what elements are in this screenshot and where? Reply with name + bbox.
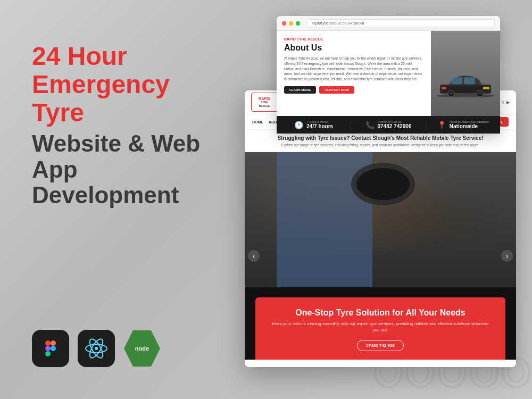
contact-now-button[interactable]: CONTACT NOW — [319, 86, 354, 94]
main-title: 24 Hour Emergency Tyre — [32, 43, 223, 127]
svg-rect-17 — [464, 77, 475, 84]
tyre-worker-image — [245, 152, 516, 287]
hero-title: One-Stop Tyre Solution for All Your Need… — [268, 308, 493, 318]
figma-icon — [32, 330, 69, 367]
arrow-left-icon: ‹ — [253, 252, 255, 260]
svg-point-8 — [95, 347, 98, 350]
dot-red — [282, 21, 286, 26]
location-icon: 📍 — [437, 121, 446, 129]
worker-visual — [245, 152, 516, 287]
location-text: Need a Report Our Address Nationwide — [450, 120, 489, 129]
dot-yellow — [289, 21, 293, 26]
svg-rect-18 — [483, 87, 489, 89]
title-line4: App Development — [32, 157, 223, 209]
svg-rect-1 — [51, 340, 56, 346]
react-icon — [78, 330, 115, 367]
hero-image-bg — [245, 152, 516, 287]
phone-text: Phone or Call Us 07482 742906 — [378, 120, 412, 129]
nodejs-icon: node — [123, 330, 161, 367]
about-title: About Us — [284, 43, 423, 53]
browser-top-bar: rapidtyrerescue.co.uk/about — [277, 16, 500, 31]
hero-section: ‹ › One-Stop Tyre Solution for All Your … — [245, 152, 516, 360]
svg-point-4 — [51, 346, 56, 351]
svg-rect-2 — [45, 346, 51, 351]
hero-subtitle: Keep your vehicle running smoothly with … — [268, 321, 493, 334]
svg-point-13 — [450, 92, 453, 95]
svg-rect-0 — [45, 340, 51, 346]
twitter-icon[interactable]: 𝕏 — [501, 100, 504, 105]
svg-rect-3 — [45, 351, 51, 356]
svg-rect-16 — [451, 77, 462, 84]
hours-text: 7 Days a Week 24/7 hours — [306, 120, 333, 129]
learn-more-button[interactable]: LEARN MORE — [284, 86, 316, 94]
hero-overlay: One-Stop Tyre Solution for All Your Need… — [255, 297, 505, 360]
arrow-right-icon: › — [506, 252, 509, 260]
dot-green — [296, 21, 300, 26]
info-bar: 🕐 7 Days a Week 24/7 hours 📞 Phone or Ca… — [277, 116, 500, 134]
title-line1: 24 Hour — [32, 43, 223, 71]
url-bar-top[interactable]: rapidtyrerescue.co.uk/about — [307, 19, 495, 27]
about-label: RAPID TYRE RESCUE — [284, 37, 423, 41]
browser-container: rapidtyrerescue.co.uk/about RAPID TYRE R… — [245, 16, 521, 378]
about-buttons: LEARN MORE CONTACT NOW — [284, 86, 423, 94]
svg-rect-19 — [442, 87, 446, 89]
clock-icon: 🕐 — [294, 121, 303, 129]
hours-info: 🕐 7 Days a Week 24/7 hours — [277, 120, 351, 129]
nav-home[interactable]: HOME — [252, 120, 263, 124]
sub-title: Website & Web App Development — [32, 131, 223, 208]
struggling-sub: Explore our range of tyre services, incl… — [252, 143, 509, 147]
hero-phone-button[interactable]: 07482 742 906 — [357, 340, 403, 351]
logo-text: RAPID TYRE RESCUE — [259, 97, 270, 108]
struggling-title: Struggling with Tyre Issues? Contact Slo… — [252, 135, 509, 141]
about-body: At Rapid Tyre Rescue, we are here to hel… — [284, 56, 423, 82]
phone-icon: 📞 — [365, 121, 375, 129]
instagram-icon[interactable]: ▶ — [506, 100, 510, 105]
carousel-next-button[interactable]: › — [501, 250, 513, 262]
about-browser-window: rapidtyrerescue.co.uk/about RAPID TYRE R… — [277, 16, 500, 133]
tech-icons-bar: node — [32, 330, 161, 367]
svg-point-15 — [478, 92, 481, 95]
location-info: 📍 Need a Report Our Address Nationwide — [426, 120, 500, 129]
svg-point-9 — [437, 94, 494, 97]
logo: RAPID TYRE RESCUE — [251, 93, 278, 112]
carousel-prev-button[interactable]: ‹ — [248, 250, 260, 262]
left-panel: 24 Hour Emergency Tyre Website & Web App… — [32, 43, 223, 209]
title-line2: Emergency Tyre — [32, 71, 223, 127]
phone-info: 📞 Phone or Call Us 07482 742906 — [351, 120, 426, 129]
title-line3: Website & Web — [32, 131, 223, 156]
